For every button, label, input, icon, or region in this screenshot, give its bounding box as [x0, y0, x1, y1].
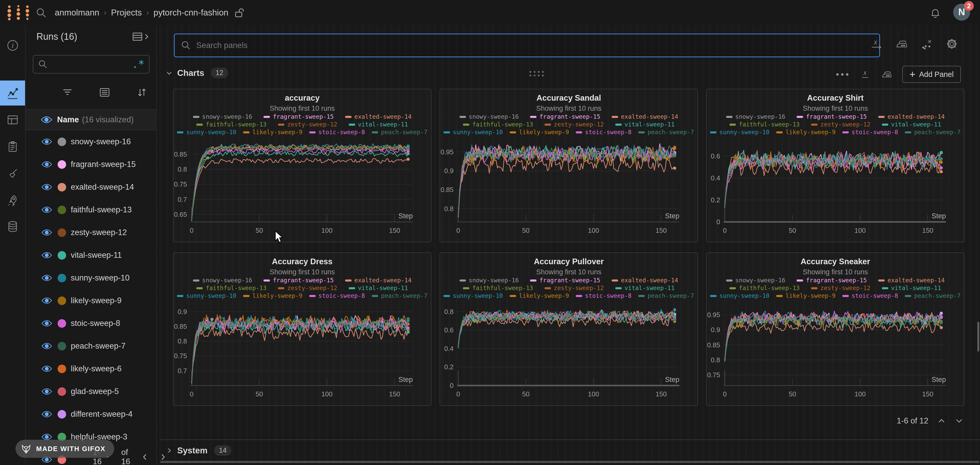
legend-item[interactable]: likely-sweep-9 — [243, 129, 302, 136]
run-row[interactable]: exalted-sweep-14 — [25, 176, 156, 198]
legend-item[interactable]: fragrant-sweep-15 — [264, 113, 334, 120]
runs-table-expand-button[interactable] — [132, 31, 149, 42]
legend-item[interactable]: zesty-sweep-12 — [278, 285, 337, 292]
chart-panel[interactable]: Accuracy SandalShowing first 10 runssnow… — [440, 89, 698, 242]
legend-item[interactable]: fragrant-sweep-15 — [530, 113, 600, 120]
legend-item[interactable]: faithful-sweep-13 — [729, 121, 799, 128]
x-axis-settings-icon[interactable]: x — [870, 38, 883, 50]
legend-item[interactable]: sunny-sweep-10 — [444, 292, 503, 299]
eye-icon[interactable] — [41, 160, 52, 168]
wandb-logo-icon[interactable] — [7, 5, 32, 21]
legend-item[interactable]: exalted-sweep-14 — [345, 277, 412, 284]
eye-icon[interactable] — [41, 251, 52, 259]
legend-item[interactable]: likely-sweep-9 — [243, 292, 302, 299]
legend-item[interactable]: fragrant-sweep-15 — [530, 277, 600, 284]
legend-item[interactable]: stoic-sweep-8 — [576, 129, 632, 136]
run-row[interactable]: peach-sweep-7 — [25, 335, 156, 357]
prev-page-icon[interactable] — [142, 452, 148, 461]
system-section-label[interactable]: System — [177, 446, 207, 455]
legend-item[interactable]: vital-sweep-11 — [882, 285, 941, 292]
breadcrumb-user[interactable]: anmolmann — [55, 8, 99, 17]
run-name[interactable]: vital-sweep-11 — [71, 251, 122, 260]
eye-icon[interactable] — [41, 387, 52, 395]
legend-item[interactable]: vital-sweep-11 — [349, 285, 408, 292]
charts-section-label[interactable]: Charts — [177, 68, 204, 78]
legend-item[interactable]: stoic-sweep-8 — [309, 129, 365, 136]
database-icon[interactable] — [0, 214, 25, 239]
legend-item[interactable]: faithful-sweep-13 — [196, 121, 266, 128]
smoothing-iron-icon[interactable] — [895, 38, 908, 50]
run-name[interactable]: likely-sweep-6 — [71, 364, 121, 373]
run-row[interactable]: vital-sweep-11 — [25, 244, 156, 267]
charts-prev-page-icon[interactable] — [937, 418, 946, 424]
legend-item[interactable]: zesty-sweep-12 — [811, 285, 870, 292]
section-drag-handle[interactable] — [530, 71, 546, 78]
x-axis-settings-icon[interactable]: x — [861, 69, 871, 80]
legend-item[interactable]: stoic-sweep-8 — [309, 292, 365, 299]
run-name[interactable]: stoic-sweep-8 — [71, 319, 120, 328]
chart-panel[interactable]: Accuracy ShirtShowing first 10 runssnowy… — [706, 89, 964, 242]
eye-icon[interactable] — [41, 138, 52, 146]
run-search-box[interactable]: .* — [33, 55, 150, 73]
run-row[interactable]: likely-sweep-6 — [25, 357, 156, 380]
legend-item[interactable]: exalted-sweep-14 — [612, 277, 678, 284]
legend-item[interactable]: peach-sweep-7 — [905, 129, 961, 136]
eye-icon[interactable] — [41, 297, 52, 305]
run-row[interactable]: faithful-sweep-13 — [25, 198, 156, 221]
legend-item[interactable]: vital-sweep-11 — [882, 121, 941, 128]
search-icon[interactable] — [36, 7, 47, 19]
run-name[interactable]: exalted-sweep-14 — [71, 183, 134, 192]
legend-item[interactable]: sunny-sweep-10 — [177, 129, 236, 136]
legend-item[interactable]: likely-sweep-9 — [776, 292, 835, 299]
legend-item[interactable]: snowy-sweep-16 — [460, 113, 519, 120]
vertical-scrollbar-thumb[interactable] — [977, 322, 979, 351]
legend-item[interactable]: stoic-sweep-8 — [842, 129, 898, 136]
legend-item[interactable]: fragrant-sweep-15 — [797, 277, 867, 284]
eye-icon[interactable] — [41, 229, 52, 236]
legend-item[interactable]: zesty-sweep-12 — [544, 121, 604, 128]
legend-item[interactable]: faithful-sweep-13 — [463, 121, 533, 128]
panel-search-box[interactable] — [174, 33, 880, 57]
chart-panel[interactable]: Accuracy SneakerShowing first 10 runssno… — [706, 252, 964, 406]
info-icon[interactable]: i — [0, 33, 25, 58]
run-name[interactable]: different-sweep-4 — [71, 409, 132, 419]
legend-item[interactable]: peach-sweep-7 — [905, 292, 961, 299]
legend-item[interactable]: fragrant-sweep-15 — [264, 277, 334, 284]
legend-item[interactable]: vital-sweep-11 — [615, 121, 675, 128]
run-search-input[interactable] — [51, 60, 132, 69]
broom-icon[interactable] — [0, 161, 25, 186]
charts-collapse-chevron-icon[interactable] — [165, 69, 173, 77]
run-name[interactable]: sunny-sweep-10 — [71, 273, 129, 282]
eye-icon[interactable] — [41, 206, 52, 214]
run-name[interactable]: snowy-sweep-16 — [71, 137, 131, 146]
legend-item[interactable]: faithful-sweep-13 — [729, 285, 799, 292]
legend-item[interactable]: zesty-sweep-12 — [811, 121, 870, 128]
legend-item[interactable]: stoic-sweep-8 — [842, 292, 898, 299]
eye-icon[interactable] — [41, 274, 52, 282]
legend-item[interactable]: stoic-sweep-8 — [576, 292, 632, 299]
breadcrumb-projects[interactable]: Projects — [111, 8, 142, 17]
run-name[interactable]: peach-sweep-7 — [71, 341, 126, 351]
charts-next-page-icon[interactable] — [955, 418, 964, 424]
legend-item[interactable]: zesty-sweep-12 — [544, 285, 604, 292]
add-panel-button[interactable]: + Add Panel — [902, 66, 961, 83]
rocket-icon[interactable] — [0, 187, 25, 213]
run-row[interactable]: glad-sweep-5 — [25, 380, 156, 403]
eye-icon[interactable] — [41, 410, 52, 418]
next-page-icon[interactable] — [160, 452, 166, 461]
regex-toggle[interactable]: .* — [132, 62, 145, 67]
legend-item[interactable]: likely-sweep-9 — [776, 129, 835, 136]
run-name[interactable]: fragrant-sweep-15 — [71, 160, 136, 169]
filter-icon[interactable] — [62, 87, 73, 98]
legend-item[interactable]: exalted-sweep-14 — [878, 113, 945, 120]
legend-item[interactable]: sunny-sweep-10 — [444, 129, 503, 136]
run-name[interactable]: faithful-sweep-13 — [71, 205, 132, 214]
legend-item[interactable]: peach-sweep-7 — [372, 129, 428, 136]
charts-tab-icon[interactable] — [0, 81, 25, 106]
legend-item[interactable]: snowy-sweep-16 — [193, 113, 252, 120]
panel-search-input[interactable] — [196, 41, 873, 50]
legend-item[interactable]: peach-sweep-7 — [372, 292, 428, 299]
outlier-scatter-icon[interactable] — [921, 38, 933, 50]
settings-gear-icon[interactable] — [945, 37, 958, 50]
runs-name-header[interactable]: Name (16 visualized) — [25, 109, 156, 130]
